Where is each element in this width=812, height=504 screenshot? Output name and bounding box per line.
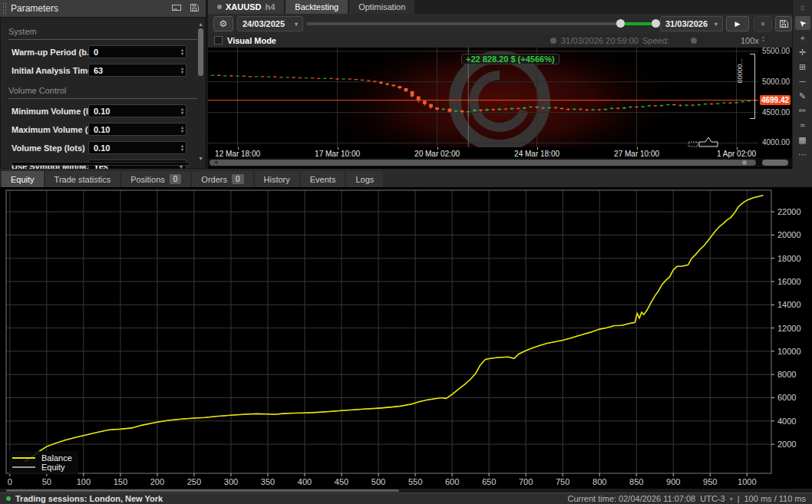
- tab-optimisation[interactable]: Optimisation: [349, 0, 414, 14]
- tab-symbol-xauusd[interactable]: XAUUSD h4: [208, 0, 284, 14]
- svg-text:50: 50: [42, 477, 51, 486]
- chart-scrollbar-knob[interactable]: [742, 160, 747, 165]
- time-axis[interactable]: 12 Mar 18:0017 Mar 10:0020 Mar 02:0024 M…: [208, 147, 792, 157]
- session-status-dot: [6, 496, 11, 501]
- timezone-select[interactable]: UTC-3: [700, 494, 725, 503]
- stepper-arrows-icon[interactable]: ▴▾: [181, 124, 183, 135]
- drag-handle-icon[interactable]: ⠿: [795, 2, 810, 15]
- chart-panel: XAUUSD h4 Backtesting Optimisation ⚙ 24/…: [208, 0, 792, 169]
- svg-text:18000: 18000: [777, 254, 801, 263]
- min-volume-input[interactable]: 0.10▴▾: [88, 104, 186, 117]
- legend-equity: Equity: [12, 463, 72, 472]
- chart-scrollbar[interactable]: ◄: [208, 158, 792, 167]
- price-chart-area[interactable]: +22 828.20 $ (+4566%) 60000... 4699.42 5…: [208, 48, 792, 147]
- parameters-scrollbar[interactable]: ▴ ▾: [198, 24, 203, 156]
- tab-trade-statistics[interactable]: Trade statistics: [45, 171, 120, 187]
- tab-orders[interactable]: Orders0: [192, 171, 253, 187]
- axis-corner-button[interactable]: [762, 160, 788, 166]
- brush-tool-icon[interactable]: ✏: [795, 104, 810, 117]
- svg-text:750: 750: [556, 477, 569, 486]
- svg-text:250: 250: [187, 477, 201, 486]
- visual-mode-row: Visual Mode 31/03/2026 20:59:00 Speed: 1…: [208, 34, 792, 48]
- stepper-arrows-icon[interactable]: ▴▾: [181, 64, 183, 76]
- time-tick-label: 1 Apr 02:00: [717, 150, 756, 158]
- svg-text:150: 150: [114, 477, 127, 486]
- tab-logs[interactable]: Logs: [346, 171, 383, 187]
- play-button[interactable]: ▶: [726, 16, 749, 31]
- scroll-down-icon[interactable]: ▾: [198, 155, 203, 162]
- chart-tab-bar: XAUUSD h4 Backtesting Optimisation: [208, 0, 792, 14]
- run-datetime: 31/03/2026 20:59:00: [561, 36, 639, 45]
- range-handle-start[interactable]: [616, 19, 625, 28]
- parameters-panel: Parameters System Warm-up Period (b... 0…: [0, 0, 206, 169]
- end-date-select[interactable]: 31/03/2026▾: [660, 16, 723, 31]
- max-volume-input[interactable]: 0.10▴▾: [88, 123, 186, 136]
- param-row-warmup: Warm-up Period (b... 0▴▾: [12, 45, 197, 58]
- svg-text:100: 100: [77, 477, 91, 486]
- scrollbar-thumb[interactable]: [6, 489, 399, 492]
- svg-text:400: 400: [298, 477, 312, 486]
- parameters-header: Parameters: [0, 0, 206, 17]
- svg-text:12000: 12000: [777, 324, 801, 333]
- range-handle-end[interactable]: [652, 19, 660, 28]
- more-tools-icon[interactable]: ⋯: [795, 147, 810, 161]
- param-label: Initial Analysis Time...: [12, 66, 88, 75]
- horizontal-line-tool-icon[interactable]: ─: [795, 74, 810, 88]
- param-row-max-volume: Maximum Volume (l... 0.10▴▾: [12, 123, 197, 136]
- scrollbar-thumb[interactable]: [198, 28, 203, 76]
- speed-label: Speed:: [642, 36, 669, 45]
- equity-chart-area[interactable]: 0501001502002503003504004505005506006507…: [0, 187, 812, 489]
- pointer-tool-icon[interactable]: ➤: [795, 16, 810, 30]
- current-time-label: Current time: 02/04/2026 11:07:08: [567, 494, 695, 503]
- pattern-tool-icon[interactable]: ▦: [795, 133, 810, 147]
- save-parameters-icon[interactable]: [190, 3, 200, 12]
- scroll-left-icon[interactable]: ◄: [213, 159, 219, 166]
- backtest-range-slider[interactable]: [306, 22, 655, 25]
- svg-text:500: 500: [371, 477, 385, 486]
- param-label: Volume Step (lots): [12, 143, 88, 153]
- tab-positions[interactable]: Positions0: [121, 171, 190, 187]
- speed-value: 100x: [741, 36, 759, 45]
- warmup-period-input[interactable]: 0▴▾: [88, 45, 186, 58]
- profit-annotation: +22 828.20 $ (+4566%): [461, 54, 559, 64]
- stepper-arrows-icon[interactable]: ▴▾: [181, 142, 183, 153]
- svg-text:700: 700: [519, 477, 533, 486]
- legend-balance: Balance: [12, 453, 72, 463]
- start-date-select[interactable]: 24/03/2025▾: [237, 16, 303, 31]
- settings-gear-icon[interactable]: ⚙: [213, 16, 233, 31]
- popout-panel-icon[interactable]: [171, 3, 182, 12]
- svg-text:950: 950: [703, 477, 717, 486]
- stepper-arrows-icon[interactable]: ▴▾: [181, 105, 183, 117]
- price-tick-label: 4000.00: [762, 138, 790, 147]
- measure-tool-icon[interactable]: ✛: [795, 45, 810, 59]
- fibonacci-tool-icon[interactable]: ≈: [795, 118, 810, 132]
- scroll-up-icon[interactable]: ▴: [198, 21, 203, 28]
- param-label: Maximum Volume (l...: [12, 125, 88, 134]
- visual-mode-checkbox[interactable]: [214, 36, 223, 44]
- svg-text:20000: 20000: [777, 230, 801, 239]
- status-bar: Trading sessions: London, New York Curre…: [0, 492, 812, 504]
- svg-text:800: 800: [592, 477, 606, 486]
- partial-next-input: [12, 162, 190, 166]
- pencil-tool-icon[interactable]: ✎: [795, 89, 810, 103]
- svg-text:0: 0: [8, 477, 12, 486]
- panel-drag-handle-icon[interactable]: [2, 2, 6, 15]
- run-datetime-dot: [550, 38, 556, 44]
- chart-scrollbar-track[interactable]: ◄: [210, 160, 756, 166]
- crosshair-tool-icon[interactable]: ＋: [795, 31, 810, 44]
- time-tick-label: 17 Mar 10:00: [315, 150, 360, 158]
- volume-step-input[interactable]: 0.10▴▾: [88, 141, 186, 154]
- price-axis[interactable]: 4699.42 5500.005000.004500.004000.00: [758, 0, 792, 147]
- svg-text:350: 350: [261, 477, 275, 486]
- time-tick-label: 27 Mar 10:00: [614, 150, 659, 158]
- chart-box-tool-icon[interactable]: ⊞: [795, 60, 810, 74]
- tab-equity[interactable]: Equity: [2, 171, 44, 187]
- stepper-arrows-icon[interactable]: ▴▾: [181, 46, 183, 58]
- speed-slider[interactable]: [691, 38, 697, 44]
- tab-backtesting[interactable]: Backtesting: [286, 0, 348, 14]
- svg-text:850: 850: [629, 477, 643, 486]
- initial-analysis-input[interactable]: 63▴▾: [88, 64, 186, 77]
- chevron-down-icon[interactable]: ▾: [730, 496, 733, 502]
- tab-events[interactable]: Events: [301, 171, 345, 187]
- tab-history[interactable]: History: [255, 171, 299, 187]
